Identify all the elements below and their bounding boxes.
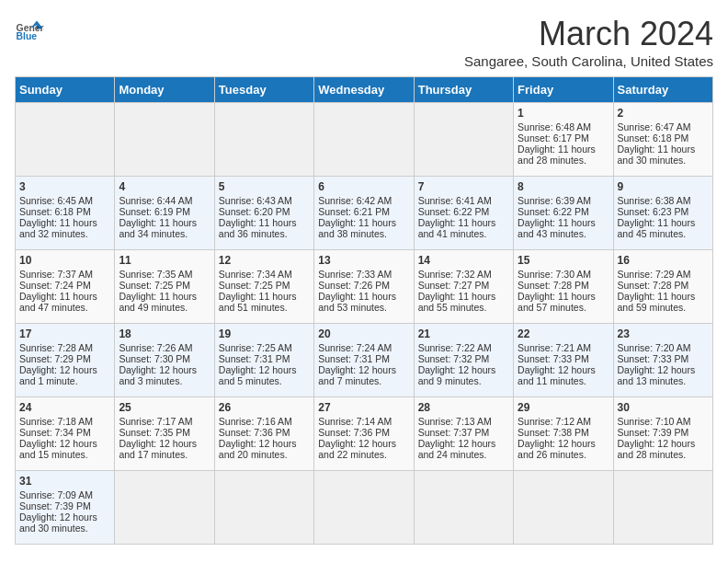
day-number: 30 [618, 401, 709, 414]
weekday-header-friday: Friday [514, 77, 613, 103]
calendar-week-0: 1Sunrise: 6:48 AM Sunset: 6:17 PM Daylig… [16, 103, 713, 177]
calendar-cell: 29Sunrise: 7:12 AM Sunset: 7:38 PM Dayli… [514, 397, 613, 471]
calendar-cell: 25Sunrise: 7:17 AM Sunset: 7:35 PM Dayli… [115, 397, 214, 471]
calendar-table: SundayMondayTuesdayWednesdayThursdayFrid… [15, 76, 713, 545]
day-number: 18 [119, 327, 210, 340]
day-number: 28 [418, 401, 509, 414]
day-info: Sunrise: 7:26 AM Sunset: 7:30 PM Dayligh… [119, 342, 197, 386]
day-info: Sunrise: 7:14 AM Sunset: 7:36 PM Dayligh… [318, 416, 396, 460]
day-info: Sunrise: 6:39 AM Sunset: 6:22 PM Dayligh… [518, 195, 596, 239]
logo: General Blue [15, 15, 44, 44]
day-info: Sunrise: 7:33 AM Sunset: 7:26 PM Dayligh… [318, 269, 396, 313]
day-number: 11 [119, 254, 210, 267]
day-info: Sunrise: 6:42 AM Sunset: 6:21 PM Dayligh… [318, 195, 396, 239]
day-info: Sunrise: 7:34 AM Sunset: 7:25 PM Dayligh… [219, 269, 297, 313]
day-number: 6 [318, 180, 409, 193]
day-number: 14 [418, 254, 509, 267]
calendar-cell: 22Sunrise: 7:21 AM Sunset: 7:33 PM Dayli… [514, 324, 613, 397]
day-number: 24 [19, 401, 110, 414]
day-info: Sunrise: 7:32 AM Sunset: 7:27 PM Dayligh… [418, 269, 496, 313]
weekday-header-tuesday: Tuesday [214, 77, 313, 103]
day-number: 16 [618, 254, 709, 267]
calendar-cell: 16Sunrise: 7:29 AM Sunset: 7:28 PM Dayli… [613, 250, 712, 324]
calendar-cell: 11Sunrise: 7:35 AM Sunset: 7:25 PM Dayli… [115, 250, 214, 324]
page-header: General Blue March 2024 Sangaree, South … [15, 15, 713, 69]
day-info: Sunrise: 7:20 AM Sunset: 7:33 PM Dayligh… [618, 342, 696, 386]
calendar-week-4: 24Sunrise: 7:18 AM Sunset: 7:34 PM Dayli… [16, 397, 713, 471]
calendar-cell: 26Sunrise: 7:16 AM Sunset: 7:36 PM Dayli… [214, 397, 313, 471]
day-info: Sunrise: 7:30 AM Sunset: 7:28 PM Dayligh… [518, 269, 596, 313]
calendar-cell: 4Sunrise: 6:44 AM Sunset: 6:19 PM Daylig… [115, 177, 214, 250]
calendar-cell: 1Sunrise: 6:48 AM Sunset: 6:17 PM Daylig… [514, 103, 613, 177]
day-number: 10 [19, 254, 110, 267]
calendar-cell: 6Sunrise: 6:42 AM Sunset: 6:21 PM Daylig… [314, 177, 414, 250]
calendar-cell: 5Sunrise: 6:43 AM Sunset: 6:20 PM Daylig… [214, 177, 313, 250]
calendar-cell [514, 471, 613, 545]
calendar-week-1: 3Sunrise: 6:45 AM Sunset: 6:18 PM Daylig… [16, 177, 713, 250]
weekday-header-thursday: Thursday [414, 77, 513, 103]
day-number: 23 [618, 327, 709, 340]
day-number: 27 [318, 401, 409, 414]
day-info: Sunrise: 7:16 AM Sunset: 7:36 PM Dayligh… [219, 416, 297, 460]
calendar-cell: 24Sunrise: 7:18 AM Sunset: 7:34 PM Dayli… [16, 397, 115, 471]
day-info: Sunrise: 6:41 AM Sunset: 6:22 PM Dayligh… [418, 195, 496, 239]
day-number: 12 [219, 254, 310, 267]
calendar-cell: 23Sunrise: 7:20 AM Sunset: 7:33 PM Dayli… [613, 324, 712, 397]
day-number: 1 [518, 107, 609, 120]
calendar-cell [414, 103, 513, 177]
day-number: 17 [19, 327, 110, 340]
month-title: March 2024 [464, 15, 713, 53]
weekday-header-row: SundayMondayTuesdayWednesdayThursdayFrid… [16, 77, 713, 103]
day-number: 22 [518, 327, 609, 340]
day-info: Sunrise: 7:10 AM Sunset: 7:39 PM Dayligh… [618, 416, 696, 460]
day-info: Sunrise: 7:28 AM Sunset: 7:29 PM Dayligh… [19, 342, 97, 386]
day-info: Sunrise: 6:45 AM Sunset: 6:18 PM Dayligh… [19, 195, 97, 239]
calendar-cell [115, 103, 214, 177]
calendar-cell [214, 471, 313, 545]
calendar-cell [314, 103, 414, 177]
calendar-cell: 21Sunrise: 7:22 AM Sunset: 7:32 PM Dayli… [414, 324, 513, 397]
svg-text:Blue: Blue [17, 31, 38, 41]
day-info: Sunrise: 7:18 AM Sunset: 7:34 PM Dayligh… [19, 416, 97, 460]
calendar-cell [16, 103, 115, 177]
day-info: Sunrise: 7:24 AM Sunset: 7:31 PM Dayligh… [318, 342, 396, 386]
day-number: 4 [119, 180, 210, 193]
calendar-cell: 20Sunrise: 7:24 AM Sunset: 7:31 PM Dayli… [314, 324, 414, 397]
calendar-cell: 17Sunrise: 7:28 AM Sunset: 7:29 PM Dayli… [16, 324, 115, 397]
day-number: 13 [318, 254, 409, 267]
calendar-cell: 27Sunrise: 7:14 AM Sunset: 7:36 PM Dayli… [314, 397, 414, 471]
day-info: Sunrise: 7:21 AM Sunset: 7:33 PM Dayligh… [518, 342, 596, 386]
calendar-week-3: 17Sunrise: 7:28 AM Sunset: 7:29 PM Dayli… [16, 324, 713, 397]
day-number: 26 [219, 401, 310, 414]
calendar-cell: 8Sunrise: 6:39 AM Sunset: 6:22 PM Daylig… [514, 177, 613, 250]
calendar-cell: 10Sunrise: 7:37 AM Sunset: 7:24 PM Dayli… [16, 250, 115, 324]
calendar-cell: 14Sunrise: 7:32 AM Sunset: 7:27 PM Dayli… [414, 250, 513, 324]
weekday-header-wednesday: Wednesday [314, 77, 414, 103]
day-info: Sunrise: 6:38 AM Sunset: 6:23 PM Dayligh… [618, 195, 696, 239]
calendar-cell: 3Sunrise: 6:45 AM Sunset: 6:18 PM Daylig… [16, 177, 115, 250]
calendar-cell [613, 471, 712, 545]
day-number: 7 [418, 180, 509, 193]
day-number: 5 [219, 180, 310, 193]
calendar-cell [314, 471, 414, 545]
calendar-cell: 9Sunrise: 6:38 AM Sunset: 6:23 PM Daylig… [613, 177, 712, 250]
day-number: 29 [518, 401, 609, 414]
day-number: 9 [618, 180, 709, 193]
day-info: Sunrise: 6:47 AM Sunset: 6:18 PM Dayligh… [618, 121, 696, 166]
calendar-cell: 12Sunrise: 7:34 AM Sunset: 7:25 PM Dayli… [214, 250, 313, 324]
calendar-cell [414, 471, 513, 545]
day-info: Sunrise: 7:35 AM Sunset: 7:25 PM Dayligh… [119, 269, 197, 313]
day-info: Sunrise: 7:12 AM Sunset: 7:38 PM Dayligh… [518, 416, 596, 460]
calendar-cell: 15Sunrise: 7:30 AM Sunset: 7:28 PM Dayli… [514, 250, 613, 324]
day-info: Sunrise: 6:48 AM Sunset: 6:17 PM Dayligh… [518, 121, 596, 166]
calendar-cell: 7Sunrise: 6:41 AM Sunset: 6:22 PM Daylig… [414, 177, 513, 250]
day-number: 2 [618, 107, 709, 120]
calendar-cell: 28Sunrise: 7:13 AM Sunset: 7:37 PM Dayli… [414, 397, 513, 471]
weekday-header-sunday: Sunday [16, 77, 115, 103]
calendar-cell [115, 471, 214, 545]
weekday-header-saturday: Saturday [613, 77, 712, 103]
day-info: Sunrise: 7:09 AM Sunset: 7:39 PM Dayligh… [19, 489, 97, 534]
title-block: March 2024 Sangaree, South Carolina, Uni… [464, 15, 713, 69]
logo-icon: General Blue [15, 15, 44, 44]
day-number: 19 [219, 327, 310, 340]
